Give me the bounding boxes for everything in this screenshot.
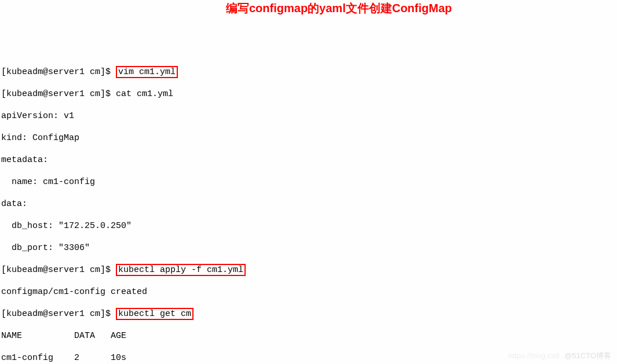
yaml-output: apiVersion: v1 bbox=[1, 111, 616, 122]
yaml-output: db_port: "3306" bbox=[1, 242, 616, 253]
terminal-line: [kubeadm@server1 cm]$ vim cm1.yml bbox=[1, 67, 616, 78]
command-apply[interactable]: kubectl apply -f cm1.yml bbox=[116, 264, 246, 276]
watermark-text: @51CTO博客 bbox=[564, 350, 611, 361]
yaml-output: db_host: "172.25.0.250" bbox=[1, 220, 616, 231]
terminal-line: [kubeadm@server1 cm]$ cat cm1.yml bbox=[1, 89, 616, 100]
yaml-output: kind: ConfigMap bbox=[1, 133, 616, 144]
command-get[interactable]: kubectl get cm bbox=[116, 308, 194, 320]
yaml-output: data: bbox=[1, 198, 616, 209]
watermark-text: https://blog.csd bbox=[509, 350, 559, 361]
shell-prompt: [kubeadm@server1 cm]$ bbox=[1, 309, 116, 319]
shell-prompt: [kubeadm@server1 cm]$ bbox=[1, 67, 116, 77]
yaml-output: metadata: bbox=[1, 155, 616, 166]
terminal-line: [kubeadm@server1 cm]$ kubectl get cm bbox=[1, 308, 616, 319]
terminal-line: [kubeadm@server1 cm]$ kubectl apply -f c… bbox=[1, 264, 616, 275]
shell-prompt: [kubeadm@server1 cm]$ bbox=[1, 265, 116, 275]
output-line: configmap/cm1-config created bbox=[1, 286, 616, 297]
table-header: NAME DATA AGE bbox=[1, 330, 616, 341]
yaml-output: name: cm1-config bbox=[1, 177, 616, 187]
annotation-label: 编写configmap的yaml文件创建ConfigMap bbox=[226, 3, 452, 14]
command-vim[interactable]: vim cm1.yml bbox=[116, 66, 178, 78]
shell-prompt: [kubeadm@server1 cm]$ bbox=[1, 89, 116, 99]
command-cat: cat cm1.yml bbox=[116, 89, 173, 99]
